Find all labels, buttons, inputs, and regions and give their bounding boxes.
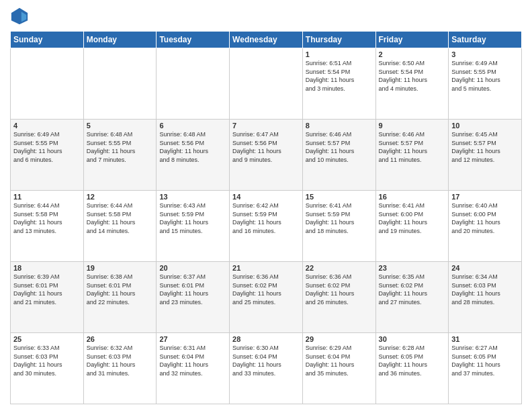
day-cell: 12Sunrise: 6:44 AM Sunset: 5:58 PM Dayli… — [83, 191, 157, 262]
day-number: 21 — [232, 264, 300, 272]
day-cell: 24Sunrise: 6:34 AM Sunset: 6:03 PM Dayli… — [449, 262, 522, 333]
day-number: 6 — [159, 122, 226, 130]
day-number: 26 — [87, 335, 154, 343]
weekday-header-saturday: Saturday — [449, 32, 522, 48]
day-cell: 1Sunrise: 6:51 AM Sunset: 5:54 PM Daylig… — [302, 48, 375, 120]
week-row-1: 1Sunrise: 6:51 AM Sunset: 5:54 PM Daylig… — [11, 48, 522, 120]
day-cell: 5Sunrise: 6:48 AM Sunset: 5:55 PM Daylig… — [83, 120, 157, 191]
day-cell: 31Sunrise: 6:27 AM Sunset: 6:05 PM Dayli… — [449, 333, 522, 404]
day-detail: Sunrise: 6:47 AM Sunset: 5:56 PM Dayligh… — [232, 130, 300, 164]
day-cell: 27Sunrise: 6:31 AM Sunset: 6:04 PM Dayli… — [157, 333, 230, 404]
day-number: 25 — [13, 335, 81, 343]
calendar-table: SundayMondayTuesdayWednesdayThursdayFrid… — [10, 31, 522, 404]
day-detail: Sunrise: 6:41 AM Sunset: 5:59 PM Dayligh… — [306, 201, 373, 235]
day-cell: 23Sunrise: 6:35 AM Sunset: 6:02 PM Dayli… — [375, 262, 449, 333]
day-detail: Sunrise: 6:40 AM Sunset: 6:00 PM Dayligh… — [451, 201, 519, 235]
day-number: 7 — [232, 122, 300, 130]
day-number: 10 — [451, 122, 519, 130]
day-detail: Sunrise: 6:51 AM Sunset: 5:54 PM Dayligh… — [306, 59, 373, 93]
day-cell: 9Sunrise: 6:46 AM Sunset: 5:57 PM Daylig… — [375, 120, 449, 191]
day-detail: Sunrise: 6:50 AM Sunset: 5:54 PM Dayligh… — [379, 59, 446, 93]
day-detail: Sunrise: 6:27 AM Sunset: 6:05 PM Dayligh… — [451, 344, 519, 377]
day-number: 23 — [379, 264, 446, 272]
day-detail: Sunrise: 6:49 AM Sunset: 5:55 PM Dayligh… — [451, 59, 519, 93]
day-cell: 26Sunrise: 6:32 AM Sunset: 6:03 PM Dayli… — [83, 333, 157, 404]
day-detail: Sunrise: 6:32 AM Sunset: 6:03 PM Dayligh… — [87, 344, 154, 377]
day-cell: 16Sunrise: 6:41 AM Sunset: 6:00 PM Dayli… — [375, 191, 449, 262]
day-number: 8 — [306, 122, 373, 130]
day-cell: 4Sunrise: 6:49 AM Sunset: 5:55 PM Daylig… — [11, 120, 84, 191]
day-cell: 21Sunrise: 6:36 AM Sunset: 6:02 PM Dayli… — [230, 262, 303, 333]
day-cell: 10Sunrise: 6:45 AM Sunset: 5:57 PM Dayli… — [449, 120, 522, 191]
day-detail: Sunrise: 6:39 AM Sunset: 6:01 PM Dayligh… — [13, 273, 81, 306]
day-detail: Sunrise: 6:38 AM Sunset: 6:01 PM Dayligh… — [87, 273, 154, 306]
day-detail: Sunrise: 6:35 AM Sunset: 6:02 PM Dayligh… — [379, 273, 446, 306]
day-detail: Sunrise: 6:37 AM Sunset: 6:01 PM Dayligh… — [159, 273, 226, 306]
day-number: 3 — [451, 50, 519, 58]
day-detail: Sunrise: 6:44 AM Sunset: 5:58 PM Dayligh… — [87, 201, 154, 235]
week-row-2: 4Sunrise: 6:49 AM Sunset: 5:55 PM Daylig… — [11, 120, 522, 191]
day-number: 11 — [13, 193, 81, 201]
day-number: 2 — [379, 50, 446, 58]
day-cell: 18Sunrise: 6:39 AM Sunset: 6:01 PM Dayli… — [11, 262, 84, 333]
day-detail: Sunrise: 6:45 AM Sunset: 5:57 PM Dayligh… — [451, 130, 519, 164]
day-cell: 8Sunrise: 6:46 AM Sunset: 5:57 PM Daylig… — [302, 120, 375, 191]
day-number: 15 — [306, 193, 373, 201]
weekday-header-wednesday: Wednesday — [230, 32, 303, 48]
day-cell: 14Sunrise: 6:42 AM Sunset: 5:59 PM Dayli… — [230, 191, 303, 262]
day-detail: Sunrise: 6:41 AM Sunset: 6:00 PM Dayligh… — [379, 201, 446, 235]
day-detail: Sunrise: 6:34 AM Sunset: 6:03 PM Dayligh… — [451, 273, 519, 306]
weekday-header-tuesday: Tuesday — [157, 32, 230, 48]
day-cell — [230, 48, 303, 120]
day-cell — [11, 48, 84, 120]
day-cell: 29Sunrise: 6:29 AM Sunset: 6:04 PM Dayli… — [302, 333, 375, 404]
day-number: 4 — [13, 122, 81, 130]
day-cell: 15Sunrise: 6:41 AM Sunset: 5:59 PM Dayli… — [302, 191, 375, 262]
day-number: 12 — [87, 193, 154, 201]
day-detail: Sunrise: 6:30 AM Sunset: 6:04 PM Dayligh… — [232, 344, 300, 377]
day-number: 19 — [87, 264, 154, 272]
day-number: 28 — [232, 335, 300, 343]
day-cell: 2Sunrise: 6:50 AM Sunset: 5:54 PM Daylig… — [375, 48, 449, 120]
day-cell: 22Sunrise: 6:36 AM Sunset: 6:02 PM Dayli… — [302, 262, 375, 333]
day-cell: 20Sunrise: 6:37 AM Sunset: 6:01 PM Dayli… — [157, 262, 230, 333]
week-row-3: 11Sunrise: 6:44 AM Sunset: 5:58 PM Dayli… — [11, 191, 522, 262]
header — [10, 7, 522, 26]
day-cell: 30Sunrise: 6:28 AM Sunset: 6:05 PM Dayli… — [375, 333, 449, 404]
day-number: 1 — [306, 50, 373, 58]
weekday-header-row: SundayMondayTuesdayWednesdayThursdayFrid… — [11, 32, 522, 48]
day-detail: Sunrise: 6:33 AM Sunset: 6:03 PM Dayligh… — [13, 344, 81, 377]
day-number: 31 — [451, 335, 519, 343]
day-detail: Sunrise: 6:42 AM Sunset: 5:59 PM Dayligh… — [232, 201, 300, 235]
day-cell: 13Sunrise: 6:43 AM Sunset: 5:59 PM Dayli… — [157, 191, 230, 262]
day-cell: 28Sunrise: 6:30 AM Sunset: 6:04 PM Dayli… — [230, 333, 303, 404]
day-cell: 17Sunrise: 6:40 AM Sunset: 6:00 PM Dayli… — [449, 191, 522, 262]
day-number: 27 — [159, 335, 226, 343]
weekday-header-friday: Friday — [375, 32, 449, 48]
day-detail: Sunrise: 6:49 AM Sunset: 5:55 PM Dayligh… — [13, 130, 81, 164]
day-cell: 19Sunrise: 6:38 AM Sunset: 6:01 PM Dayli… — [83, 262, 157, 333]
day-detail: Sunrise: 6:48 AM Sunset: 5:56 PM Dayligh… — [159, 130, 226, 164]
day-detail: Sunrise: 6:29 AM Sunset: 6:04 PM Dayligh… — [306, 344, 373, 377]
day-detail: Sunrise: 6:36 AM Sunset: 6:02 PM Dayligh… — [306, 273, 373, 306]
day-cell: 11Sunrise: 6:44 AM Sunset: 5:58 PM Dayli… — [11, 191, 84, 262]
day-number: 29 — [306, 335, 373, 343]
day-detail: Sunrise: 6:48 AM Sunset: 5:55 PM Dayligh… — [87, 130, 154, 164]
day-detail: Sunrise: 6:44 AM Sunset: 5:58 PM Dayligh… — [13, 201, 81, 235]
day-number: 20 — [159, 264, 226, 272]
day-number: 13 — [159, 193, 226, 201]
day-number: 9 — [379, 122, 446, 130]
day-number: 22 — [306, 264, 373, 272]
weekday-header-monday: Monday — [83, 32, 157, 48]
logo — [10, 7, 32, 26]
day-number: 16 — [379, 193, 446, 201]
page: SundayMondayTuesdayWednesdayThursdayFrid… — [0, 0, 532, 411]
day-detail: Sunrise: 6:46 AM Sunset: 5:57 PM Dayligh… — [379, 130, 446, 164]
logo-icon — [10, 7, 29, 26]
day-detail: Sunrise: 6:31 AM Sunset: 6:04 PM Dayligh… — [159, 344, 226, 377]
day-detail: Sunrise: 6:36 AM Sunset: 6:02 PM Dayligh… — [232, 273, 300, 306]
day-number: 30 — [379, 335, 446, 343]
day-number: 17 — [451, 193, 519, 201]
day-detail: Sunrise: 6:46 AM Sunset: 5:57 PM Dayligh… — [306, 130, 373, 164]
day-number: 18 — [13, 264, 81, 272]
